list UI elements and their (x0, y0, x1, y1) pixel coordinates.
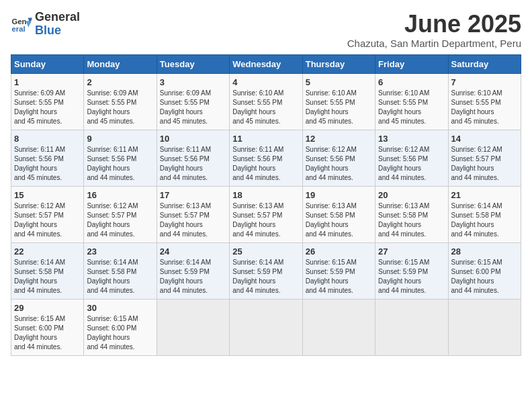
sunrise-label: Sunrise: (378, 202, 403, 210)
day-number: 18 (232, 190, 299, 200)
daylight-label: Daylight hours (451, 108, 494, 116)
day-info: Sunrise: 6:10 AM Sunset: 5:55 PM Dayligh… (451, 89, 518, 126)
calendar-week-row: 29 Sunrise: 6:15 AM Sunset: 6:00 PM Dayl… (11, 299, 521, 355)
sunset-label: Sunset: (306, 155, 328, 163)
day-info: Sunrise: 6:14 AM Sunset: 5:59 PM Dayligh… (232, 258, 299, 295)
daylight-label: Daylight hours (160, 221, 203, 228)
day-info: Sunrise: 6:15 AM Sunset: 6:00 PM Dayligh… (14, 314, 81, 352)
sunrise-label: Sunrise: (451, 202, 476, 210)
calendar-day-cell (230, 299, 302, 355)
daylight-label: Daylight hours (87, 165, 130, 172)
daylight-label: Daylight hours (14, 334, 57, 341)
day-number: 4 (232, 77, 299, 87)
logo-text: General Blue (35, 11, 80, 38)
sunrise-label: Sunrise: (378, 259, 403, 266)
sunrise-label: Sunrise: (87, 89, 112, 97)
daylight-label: Daylight hours (160, 165, 203, 172)
sunset-label: Sunset: (232, 212, 255, 219)
weekday-header-monday: Monday (84, 54, 157, 73)
calendar-day-cell: 25 Sunrise: 6:14 AM Sunset: 5:59 PM Dayl… (230, 242, 302, 299)
sunset-label: Sunset: (378, 155, 401, 163)
sunrise-label: Sunrise: (160, 202, 185, 210)
calendar-day-cell: 14 Sunrise: 6:12 AM Sunset: 5:57 PM Dayl… (448, 130, 521, 186)
calendar-day-cell (375, 299, 448, 355)
sunrise-label: Sunrise: (232, 202, 257, 210)
daylight-label: Daylight hours (378, 165, 421, 172)
day-number: 16 (87, 190, 153, 200)
sunset-label: Sunset: (451, 155, 474, 163)
calendar-week-row: 1 Sunrise: 6:09 AM Sunset: 5:55 PM Dayli… (11, 73, 521, 130)
day-info: Sunrise: 6:11 AM Sunset: 5:56 PM Dayligh… (87, 145, 153, 183)
sunrise-label: Sunrise: (232, 89, 257, 97)
weekday-header-friday: Friday (375, 54, 448, 73)
sunset-label: Sunset: (232, 99, 255, 106)
daylight-label: Daylight hours (87, 108, 130, 116)
day-number: 15 (14, 190, 81, 200)
day-number: 3 (160, 77, 226, 87)
day-number: 21 (451, 190, 518, 200)
calendar-day-cell: 17 Sunrise: 6:13 AM Sunset: 5:57 PM Dayl… (157, 186, 229, 242)
calendar-day-cell: 23 Sunrise: 6:14 AM Sunset: 5:58 PM Dayl… (84, 242, 157, 299)
daylight-label: Daylight hours (87, 334, 130, 341)
calendar-day-cell: 16 Sunrise: 6:12 AM Sunset: 5:57 PM Dayl… (84, 186, 157, 242)
sunrise-label: Sunrise: (87, 315, 112, 322)
daylight-label: Daylight hours (451, 165, 494, 172)
calendar-day-cell: 18 Sunrise: 6:13 AM Sunset: 5:57 PM Dayl… (230, 186, 302, 242)
day-number: 11 (232, 134, 299, 144)
calendar-day-cell (448, 299, 521, 355)
calendar-day-cell: 28 Sunrise: 6:15 AM Sunset: 6:00 PM Dayl… (448, 242, 521, 299)
day-info: Sunrise: 6:11 AM Sunset: 5:56 PM Dayligh… (232, 145, 299, 183)
calendar-day-cell: 8 Sunrise: 6:11 AM Sunset: 5:56 PM Dayli… (11, 130, 84, 186)
sunrise-label: Sunrise: (378, 146, 403, 153)
sunset-label: Sunset: (232, 155, 255, 163)
calendar-week-row: 8 Sunrise: 6:11 AM Sunset: 5:56 PM Dayli… (11, 130, 521, 186)
day-number: 9 (87, 134, 153, 144)
weekday-header-wednesday: Wednesday (230, 54, 302, 73)
sunset-label: Sunset: (451, 268, 474, 275)
daylight-label: Daylight hours (160, 108, 203, 116)
daylight-label: Daylight hours (451, 277, 494, 285)
calendar-day-cell: 11 Sunrise: 6:11 AM Sunset: 5:56 PM Dayl… (230, 130, 302, 186)
month-title: June 2025 (347, 11, 521, 38)
calendar-day-cell: 10 Sunrise: 6:11 AM Sunset: 5:56 PM Dayl… (157, 130, 229, 186)
calendar-day-cell: 21 Sunrise: 6:14 AM Sunset: 5:58 PM Dayl… (448, 186, 521, 242)
logo-general: General (35, 11, 80, 24)
calendar-day-cell: 12 Sunrise: 6:12 AM Sunset: 5:56 PM Dayl… (302, 130, 375, 186)
calendar-day-cell: 7 Sunrise: 6:10 AM Sunset: 5:55 PM Dayli… (448, 73, 521, 130)
calendar-day-cell: 4 Sunrise: 6:10 AM Sunset: 5:55 PM Dayli… (230, 73, 302, 130)
day-info: Sunrise: 6:11 AM Sunset: 5:56 PM Dayligh… (160, 145, 226, 183)
day-number: 7 (451, 77, 518, 87)
logo-blue: Blue (35, 24, 80, 38)
sunset-label: Sunset: (14, 268, 37, 275)
sunset-label: Sunset: (232, 268, 255, 275)
calendar-week-row: 15 Sunrise: 6:12 AM Sunset: 5:57 PM Dayl… (11, 186, 521, 242)
calendar-week-row: 22 Sunrise: 6:14 AM Sunset: 5:58 PM Dayl… (11, 242, 521, 299)
sunset-label: Sunset: (160, 155, 183, 163)
location: Chazuta, San Martin Department, Peru (347, 38, 521, 49)
weekday-header-saturday: Saturday (448, 54, 521, 73)
calendar-day-cell: 2 Sunrise: 6:09 AM Sunset: 5:55 PM Dayli… (84, 73, 157, 130)
day-info: Sunrise: 6:15 AM Sunset: 5:59 PM Dayligh… (306, 258, 372, 295)
sunset-label: Sunset: (14, 155, 37, 163)
daylight-label: Daylight hours (306, 165, 349, 172)
calendar-day-cell: 30 Sunrise: 6:15 AM Sunset: 6:00 PM Dayl… (84, 299, 157, 355)
sunset-label: Sunset: (451, 99, 474, 106)
day-info: Sunrise: 6:15 AM Sunset: 5:59 PM Dayligh… (378, 258, 445, 295)
svg-marker-3 (26, 21, 31, 28)
day-info: Sunrise: 6:12 AM Sunset: 5:56 PM Dayligh… (378, 145, 445, 183)
sunrise-label: Sunrise: (451, 259, 476, 266)
calendar-day-cell: 22 Sunrise: 6:14 AM Sunset: 5:58 PM Dayl… (11, 242, 84, 299)
sunset-label: Sunset: (306, 99, 328, 106)
daylight-label: Daylight hours (87, 221, 130, 228)
daylight-label: Daylight hours (14, 277, 57, 285)
sunrise-label: Sunrise: (14, 259, 39, 266)
day-info: Sunrise: 6:09 AM Sunset: 5:55 PM Dayligh… (14, 89, 81, 126)
weekday-header-row: SundayMondayTuesdayWednesdayThursdayFrid… (11, 54, 521, 73)
daylight-label: Daylight hours (232, 165, 275, 172)
day-info: Sunrise: 6:12 AM Sunset: 5:57 PM Dayligh… (451, 145, 518, 183)
day-info: Sunrise: 6:10 AM Sunset: 5:55 PM Dayligh… (232, 89, 299, 126)
svg-text:Gen: Gen (12, 17, 27, 26)
day-info: Sunrise: 6:13 AM Sunset: 5:57 PM Dayligh… (160, 201, 226, 239)
calendar-day-cell: 6 Sunrise: 6:10 AM Sunset: 5:55 PM Dayli… (375, 73, 448, 130)
calendar-day-cell: 26 Sunrise: 6:15 AM Sunset: 5:59 PM Dayl… (302, 242, 375, 299)
